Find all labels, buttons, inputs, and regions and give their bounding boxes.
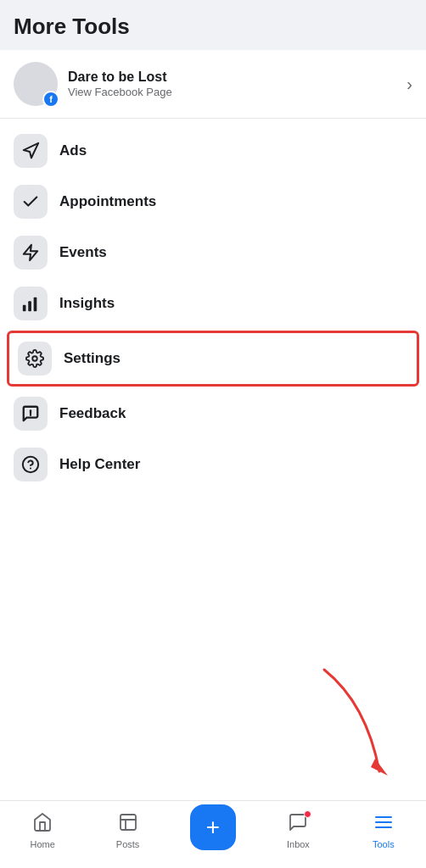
events-icon	[14, 236, 48, 270]
menu-label-ads: Ads	[59, 142, 87, 159]
page-name: Dare to be Lost	[68, 70, 406, 85]
svg-rect-3	[34, 298, 37, 312]
svg-marker-9	[371, 759, 388, 776]
nav-item-inbox[interactable]: Inbox	[255, 812, 340, 849]
home-icon	[32, 812, 53, 837]
page-info: Dare to be Lost View Facebook Page	[68, 70, 406, 98]
menu-item-events[interactable]: Events	[0, 227, 426, 278]
nav-item-home[interactable]: Home	[0, 812, 85, 849]
facebook-badge: f	[42, 91, 59, 108]
menu-item-appointments[interactable]: Appointments	[0, 176, 426, 227]
fab-plus-icon: +	[206, 815, 220, 839]
header: More Tools	[0, 0, 426, 50]
menu-label-settings: Settings	[64, 350, 121, 367]
menu-item-help[interactable]: Help Center	[0, 439, 426, 490]
menu-item-settings[interactable]: Settings	[7, 331, 419, 387]
menu-item-ads[interactable]: Ads	[0, 125, 426, 176]
inbox-icon	[288, 812, 308, 837]
settings-icon	[18, 342, 52, 376]
menu-label-insights: Insights	[59, 295, 115, 312]
arrow-annotation	[299, 661, 401, 792]
menu-label-help: Help Center	[59, 456, 140, 473]
tools-icon	[373, 812, 394, 837]
svg-rect-2	[28, 301, 31, 311]
nav-item-tools[interactable]: Tools	[341, 812, 426, 849]
ads-icon	[14, 134, 48, 168]
menu-label-feedback: Feedback	[59, 405, 126, 422]
chevron-right-icon: ›	[406, 75, 412, 94]
avatar-container: f	[14, 62, 58, 106]
page-sub: View Facebook Page	[68, 86, 406, 98]
svg-marker-0	[24, 245, 38, 260]
nav-label-home: Home	[31, 839, 55, 849]
fab-button[interactable]: +	[190, 804, 236, 850]
svg-rect-10	[121, 815, 136, 830]
nav-label-inbox: Inbox	[287, 839, 310, 849]
page-profile-row[interactable]: f Dare to be Lost View Facebook Page ›	[0, 50, 426, 119]
appointments-icon	[14, 185, 48, 219]
svg-point-4	[32, 356, 37, 361]
menu-item-feedback[interactable]: Feedback	[0, 388, 426, 439]
menu-label-events: Events	[59, 244, 107, 261]
svg-rect-1	[23, 305, 26, 311]
menu-item-insights[interactable]: Insights	[0, 278, 426, 329]
help-icon	[14, 448, 48, 481]
inbox-notification-dot	[304, 810, 311, 818]
nav-label-posts: Posts	[116, 839, 140, 849]
feedback-icon	[14, 397, 48, 431]
nav-label-tools: Tools	[373, 839, 395, 849]
menu-label-appointments: Appointments	[59, 193, 156, 210]
menu-list: Ads Appointments Events Insights	[0, 119, 426, 497]
bottom-nav: Home Posts + Inbox	[0, 800, 426, 868]
posts-icon	[118, 812, 138, 837]
nav-item-posts[interactable]: Posts	[85, 812, 170, 849]
nav-item-fab[interactable]: +	[171, 804, 255, 857]
insights-icon	[14, 287, 48, 320]
page-title: More Tools	[14, 14, 412, 40]
